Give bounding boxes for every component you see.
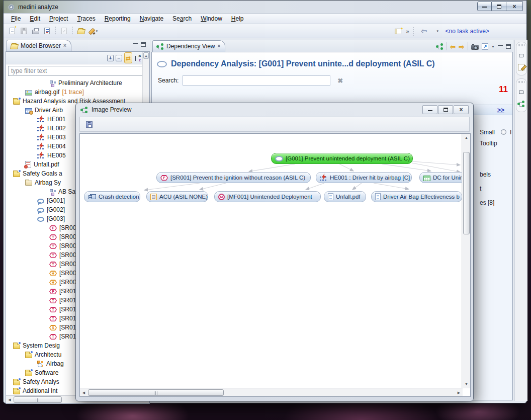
history-back-button[interactable]: ⇦ — [450, 42, 456, 51]
model-browser-tab-icon — [11, 42, 18, 49]
restore-view-button[interactable] — [519, 50, 523, 59]
expand-all-button[interactable]: + — [107, 53, 114, 62]
graph-node-mf001[interactable]: [MF001] Unintended Deployment — [214, 191, 321, 202]
dependency-view-close-icon[interactable]: × — [218, 44, 221, 49]
collapse-all-button[interactable]: − — [116, 53, 122, 62]
close-button[interactable]: × — [506, 2, 523, 11]
dependency-view-shortcut-button[interactable] — [517, 99, 525, 108]
menu-help[interactable]: Help — [227, 14, 248, 23]
search-input[interactable] — [183, 75, 330, 86]
tab-dependency-view[interactable]: Dependency View × — [152, 40, 225, 52]
menu-project[interactable]: Project — [45, 14, 72, 23]
scroll-up-icon[interactable]: ▲ — [463, 134, 470, 141]
graph-node-driver-doc[interactable]: Driver Air Bag Effectiveness b — [371, 191, 462, 202]
restore-view-button[interactable] — [519, 87, 523, 96]
open-button[interactable] — [75, 25, 87, 37]
options-expand-link[interactable]: >> — [497, 107, 504, 114]
editor-view-button[interactable] — [518, 62, 524, 71]
link-with-editor-toggle[interactable]: ⇄ — [124, 52, 132, 63]
hazard-icon — [37, 125, 45, 131]
search-label: Search: — [158, 77, 179, 84]
model-icon — [37, 361, 44, 367]
history-forward-button[interactable]: ⇨ — [459, 42, 465, 51]
validate-button[interactable] — [58, 25, 70, 37]
tree-item[interactable]: Preliminary Architecture — [6, 78, 149, 88]
menu-navigate[interactable]: Navigate — [135, 14, 168, 23]
graph-node-acu[interactable]: ACU (ASIL NONE) — [146, 191, 208, 202]
maximize-button[interactable] — [492, 2, 506, 11]
back-history-caret[interactable]: ▼ — [432, 26, 444, 37]
window-titlebar[interactable]: medini analyze × — [4, 1, 526, 14]
scroll-up-icon[interactable]: ▲ — [143, 52, 149, 59]
min-icon — [428, 108, 432, 112]
dialog-close-button[interactable]: × — [454, 105, 469, 114]
menu-bar: FileEditProjectTracesReportingNavigateSe… — [4, 14, 526, 24]
report-button[interactable] — [41, 25, 53, 37]
ellipse-icon — [275, 156, 283, 161]
menu-traces[interactable]: Traces — [72, 14, 100, 23]
graph-node-label: [SR001] Prevent the ignition without rea… — [170, 175, 305, 181]
menu-window[interactable]: Window — [196, 14, 227, 23]
tree-item[interactable]: airbag.gif[1 trace] — [6, 88, 149, 97]
scroll-right-icon[interactable]: ▶ — [456, 389, 462, 396]
dependency-graph-button[interactable] — [436, 42, 444, 51]
graph-node-label: Unfall.pdf — [336, 194, 361, 200]
graph-node-label: HE001 : Driver hit by airbag [C] — [330, 175, 410, 181]
sort-az-button[interactable] — [134, 53, 141, 62]
clear-search-icon[interactable]: ✖ — [337, 77, 343, 84]
restore-icon — [519, 91, 523, 94]
folder-icon — [13, 380, 20, 385]
dialog-maximize-button[interactable] — [438, 105, 453, 114]
graph-node-sr001[interactable]: [SR001] Prevent the ignition without rea… — [156, 172, 311, 183]
scroll-down-icon[interactable]: ▼ — [463, 381, 470, 388]
dialog-titlebar[interactable]: Image Preview × — [76, 103, 473, 116]
graph-node-g001[interactable]: [G001] Prevent unintended deployment (AS… — [271, 153, 413, 164]
panel-minimize-icon[interactable] — [133, 42, 138, 47]
toolbar-right: » ⇦ ▼ <no task active> — [392, 24, 489, 38]
filter-input[interactable] — [8, 66, 147, 76]
sr-t-icon — [49, 253, 57, 258]
panel-maximize-icon[interactable] — [141, 42, 146, 47]
dialog-vscrollbar[interactable]: ▲ ▼ — [462, 134, 470, 388]
minimize-button[interactable] — [477, 2, 492, 11]
brush-button[interactable]: ▼ — [87, 25, 99, 37]
tab-model-browser[interactable]: Model Browser × — [7, 40, 71, 51]
save-image-button[interactable] — [83, 119, 95, 130]
snapshot-button[interactable] — [471, 42, 479, 51]
dialog-hscrollbar[interactable]: ◀ ▶ — [80, 388, 463, 396]
graph-node-he001[interactable]: HE001 : Driver hit by airbag [C] — [316, 172, 412, 183]
save-button[interactable] — [18, 25, 30, 37]
image-preview-dialog: Image Preview × [G001] Prevent unintende… — [75, 103, 474, 401]
scroll-left-icon[interactable]: ◀ — [80, 389, 87, 396]
ellipse-icon — [157, 61, 167, 67]
model-browser-close-icon[interactable]: × — [63, 43, 66, 48]
perspective-more-chevron[interactable]: » — [406, 28, 408, 34]
drag-handle[interactable] — [518, 44, 525, 46]
option-radio[interactable] — [501, 129, 506, 135]
menu-search[interactable]: Search — [168, 14, 196, 23]
doc-icon — [328, 193, 333, 200]
scroll-left-icon[interactable]: ◀ — [7, 397, 13, 403]
new-button[interactable] — [7, 25, 18, 37]
diagram-icon — [49, 80, 56, 87]
open-perspective-button[interactable] — [392, 26, 404, 37]
drag-handle[interactable] — [518, 81, 525, 83]
tree-item-label: Airbag — [46, 360, 64, 367]
tree-item-label: System Desig — [23, 342, 60, 349]
menu-file[interactable]: File — [7, 14, 25, 23]
menu-reporting[interactable]: Reporting — [100, 14, 135, 23]
back-navigation-button[interactable]: ⇦ — [418, 26, 430, 37]
view-menu-caret[interactable]: ▼ — [491, 42, 495, 51]
graph-node-crash[interactable]: Crash detection — [84, 191, 140, 202]
panel-minimize-icon[interactable] — [498, 44, 503, 49]
print-button[interactable] — [30, 25, 41, 37]
export-button[interactable] — [482, 42, 488, 51]
menu-edit[interactable]: Edit — [25, 14, 45, 23]
graph-node-dc[interactable]: DC for Unin — [419, 172, 463, 183]
dialog-minimize-button[interactable] — [422, 105, 437, 114]
tree-item-label: Preliminary Architecture — [58, 79, 122, 87]
sr-t-icon — [49, 334, 57, 340]
panel-maximize-icon[interactable] — [506, 44, 511, 49]
brush-icon — [87, 27, 95, 35]
graph-node-unfall[interactable]: Unfall.pdf — [324, 191, 366, 202]
